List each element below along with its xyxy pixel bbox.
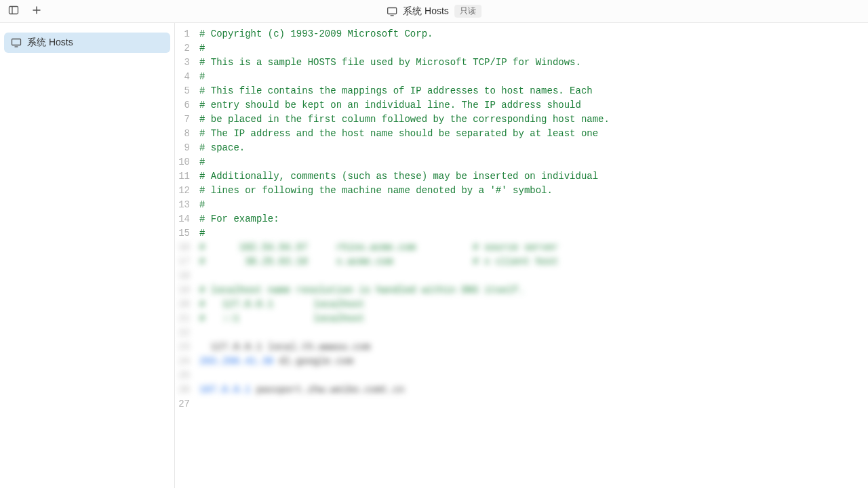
code-line[interactable]: 5# This file contains the mappings of IP… xyxy=(175,84,868,98)
toolbar: 系统 Hosts 只读 xyxy=(0,0,868,23)
display-icon xyxy=(11,37,22,48)
code-content[interactable]: # Copyright (c) 1993-2009 Microsoft Corp… xyxy=(198,27,868,41)
code-line[interactable]: 7# be placed in the first column followe… xyxy=(175,113,868,127)
line-number: 24 xyxy=(175,354,198,369)
toolbar-title-group: 系统 Hosts 只读 xyxy=(387,5,481,18)
code-line[interactable]: 8# The IP address and the host name shou… xyxy=(175,127,868,141)
code-content[interactable]: # xyxy=(198,41,868,56)
code-content[interactable]: # xyxy=(198,226,868,241)
code-token: # xyxy=(199,43,205,54)
code-line[interactable]: 16# 102.54.94.97 rhino.acme.com # source… xyxy=(175,241,868,255)
code-content[interactable]: # This is a sample HOSTS file used by Mi… xyxy=(198,56,868,70)
code-line[interactable]: 12# lines or following the machine name … xyxy=(175,184,868,198)
code-line[interactable]: 21# ::1 localhost xyxy=(175,312,868,326)
svg-rect-6 xyxy=(12,39,21,45)
code-line[interactable]: 25 xyxy=(175,369,868,383)
code-content[interactable]: # ::1 localhost xyxy=(198,312,868,326)
code-line[interactable]: 22 xyxy=(175,326,868,340)
sidebar-toggle-icon xyxy=(8,5,19,18)
code-token: # Additionally, comments (such as these)… xyxy=(199,171,598,182)
code-token: # This is a sample HOSTS file used by Mi… xyxy=(199,57,581,68)
toolbar-left xyxy=(5,3,45,20)
code-token: # localhost name resolution is handled w… xyxy=(199,285,524,296)
editor[interactable]: 1# Copyright (c) 1993-2009 Microsoft Cor… xyxy=(175,23,868,488)
code-line[interactable]: 18 xyxy=(175,269,868,283)
code-line[interactable]: 6# entry should be kept on an individual… xyxy=(175,98,868,113)
line-number: 20 xyxy=(175,298,198,312)
code-content[interactable]: # 102.54.94.97 rhino.acme.com # source s… xyxy=(198,241,868,255)
line-number: 5 xyxy=(175,84,198,98)
line-number: 3 xyxy=(175,56,198,70)
code-content[interactable]: # space. xyxy=(198,141,868,155)
code-content[interactable]: # xyxy=(198,198,868,212)
code-token: # Copyright (c) 1993-2009 Microsoft Corp… xyxy=(199,28,433,39)
code-line[interactable]: 3# This is a sample HOSTS file used by M… xyxy=(175,56,868,70)
code-content[interactable]: # Additionally, comments (such as these)… xyxy=(198,169,868,184)
code-line[interactable]: 9# space. xyxy=(175,141,868,155)
code-token: # This file contains the mappings of IP … xyxy=(199,85,593,96)
code-line[interactable]: 20# 127.0.0.1 localhost xyxy=(175,298,868,312)
code-token: # xyxy=(199,199,205,210)
line-number: 19 xyxy=(175,283,198,298)
code-token: 127.0.0.1 local.th.wwwuu.com xyxy=(199,342,370,352)
code-content[interactable]: 203.208.41.38 dl.google.com xyxy=(198,354,868,369)
code-line[interactable]: 13# xyxy=(175,198,868,212)
line-number: 8 xyxy=(175,127,198,141)
code-line[interactable]: 23 127.0.0.1 local.th.wwwuu.com xyxy=(175,340,868,354)
line-number: 7 xyxy=(175,113,198,127)
sidebar-item-system-hosts[interactable]: 系统 Hosts xyxy=(4,33,170,53)
line-number: 16 xyxy=(175,241,198,255)
toggle-sidebar-button[interactable] xyxy=(5,3,22,20)
code-line[interactable]: 2# xyxy=(175,41,868,56)
code-token: # be placed in the first column followed… xyxy=(199,114,610,125)
code-line[interactable]: 15# xyxy=(175,226,868,241)
code-content[interactable]: # be placed in the first column followed… xyxy=(198,113,868,127)
code-content[interactable]: # xyxy=(198,70,868,84)
new-button[interactable] xyxy=(28,3,45,20)
svg-rect-0 xyxy=(9,6,18,14)
line-number: 18 xyxy=(175,269,198,283)
code-content[interactable]: # 127.0.0.1 localhost xyxy=(198,298,868,312)
line-number: 25 xyxy=(175,369,198,383)
code-line[interactable]: 24203.208.41.38 dl.google.com xyxy=(175,354,868,369)
body: 系统 Hosts 1# Copyright (c) 1993-2009 Micr… xyxy=(0,23,868,488)
code-content[interactable]: # 38.25.63.10 x.acme.com # x client host xyxy=(198,255,868,269)
code-content[interactable]: 107.0.0.1 passport.zhw.weibo.comt.cn xyxy=(198,383,868,397)
code-content[interactable]: # For example: xyxy=(198,212,868,226)
code-token: # lines or following the machine name de… xyxy=(199,185,553,196)
window-title: 系统 Hosts xyxy=(403,5,449,18)
code-content[interactable]: # This file contains the mappings of IP … xyxy=(198,84,868,98)
code-token: # 38.25.63.10 x.acme.com # x client host xyxy=(199,256,558,267)
code-content[interactable]: # The IP address and the host name shoul… xyxy=(198,127,868,141)
code-line[interactable]: 1# Copyright (c) 1993-2009 Microsoft Cor… xyxy=(175,27,868,41)
code-line[interactable]: 17# 38.25.63.10 x.acme.com # x client ho… xyxy=(175,255,868,269)
line-number: 10 xyxy=(175,155,198,169)
code-line[interactable]: 11# Additionally, comments (such as thes… xyxy=(175,169,868,184)
code-line[interactable]: 26107.0.0.1 passport.zhw.weibo.comt.cn xyxy=(175,383,868,397)
line-number: 6 xyxy=(175,98,198,113)
code-line[interactable]: 19# localhost name resolution is handled… xyxy=(175,283,868,298)
line-number: 17 xyxy=(175,255,198,269)
code-token: # For example: xyxy=(199,214,279,224)
plus-icon xyxy=(31,5,42,18)
line-number: 15 xyxy=(175,226,198,241)
code-token: # 127.0.0.1 localhost xyxy=(199,299,365,310)
line-number: 26 xyxy=(175,383,198,397)
readonly-badge: 只读 xyxy=(454,5,481,18)
line-number: 13 xyxy=(175,198,198,212)
sidebar: 系统 Hosts xyxy=(0,23,175,488)
code-token: # xyxy=(199,157,205,167)
code-content[interactable]: # xyxy=(198,155,868,169)
code-line[interactable]: 4# xyxy=(175,70,868,84)
code-token: 107.0.0.1 xyxy=(199,384,251,395)
code-line[interactable]: 14# For example: xyxy=(175,212,868,226)
code-token: dl.google.com xyxy=(273,356,353,367)
line-number: 9 xyxy=(175,141,198,155)
code-content[interactable]: # localhost name resolution is handled w… xyxy=(198,283,868,298)
code-line[interactable]: 10# xyxy=(175,155,868,169)
code-line[interactable]: 27 xyxy=(175,397,868,411)
code-content[interactable]: # entry should be kept on an individual … xyxy=(198,98,868,113)
code-token: # entry should be kept on an individual … xyxy=(199,100,581,110)
code-content[interactable]: # lines or following the machine name de… xyxy=(198,184,868,198)
code-content[interactable]: 127.0.0.1 local.th.wwwuu.com xyxy=(198,340,868,354)
